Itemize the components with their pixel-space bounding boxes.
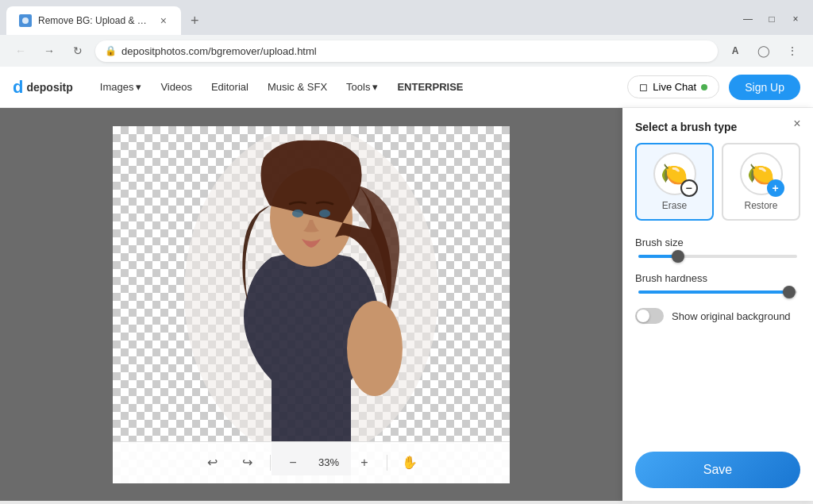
hand-tool-button[interactable]: ✋ — [397, 450, 422, 475]
forward-button[interactable]: → — [38, 40, 60, 62]
logo-text: depositp — [26, 81, 72, 94]
erase-brush-circle: 🍋 − — [653, 152, 696, 195]
more-options-button[interactable]: ⋮ — [781, 40, 803, 62]
close-window-button[interactable]: × — [784, 8, 807, 30]
canvas-area[interactable]: ↩ ↪ − 33% + ✋ — [0, 108, 622, 501]
svg-point-6 — [319, 210, 330, 217]
erase-brush-card[interactable]: 🍋 − Erase — [635, 143, 714, 221]
zoom-in-button[interactable]: + — [352, 450, 377, 475]
live-chat-button[interactable]: ◻ Live Chat — [627, 75, 719, 98]
back-button[interactable]: ← — [10, 40, 32, 62]
site-logo: d depositp — [13, 77, 73, 98]
show-background-toggle[interactable] — [635, 308, 664, 324]
chat-icon: ◻ — [639, 81, 648, 93]
live-chat-dot — [701, 84, 707, 90]
restore-brush-icon-container: 🍋 + — [740, 152, 783, 195]
toggle-label: Show original background — [672, 310, 791, 322]
panel-content: × Select a brush type 🍋 − Erase — [622, 108, 813, 352]
svg-point-7 — [347, 301, 403, 396]
site-navigation: d depositp Images ▾ Videos Editorial Mus… — [0, 67, 813, 108]
zoom-out-button[interactable]: − — [280, 450, 306, 475]
brush-size-thumb[interactable] — [672, 250, 684, 263]
active-tab[interactable]: Remove BG: Upload & Get T... × — [6, 6, 181, 35]
svg-point-0 — [22, 17, 29, 24]
panel-close-button[interactable]: × — [788, 114, 807, 133]
signup-button[interactable]: Sign Up — [729, 75, 800, 100]
minimize-button[interactable]: — — [737, 8, 759, 30]
nav-links: Images ▾ Videos Editorial Music & SFX To… — [92, 76, 627, 98]
tab-favicon — [19, 14, 32, 27]
zoom-level-display: 33% — [315, 456, 342, 468]
maximize-button[interactable]: □ — [761, 8, 783, 30]
main-editor-area: ↩ ↪ − 33% + ✋ × Select a brush type — [0, 108, 813, 501]
nav-videos[interactable]: Videos — [152, 76, 200, 98]
live-chat-label: Live Chat — [653, 81, 696, 93]
window-controls: — □ × — [737, 8, 807, 33]
svg-point-5 — [292, 210, 303, 217]
redo-button[interactable]: ↪ — [235, 450, 260, 475]
brush-hardness-label: Brush hardness — [635, 272, 800, 284]
address-bar: ← → ↻ 🔒 depositphotos.com/bgremover/uplo… — [0, 35, 813, 67]
brush-type-selector: 🍋 − Erase 🍋 + — [635, 143, 800, 221]
erase-label: Erase — [662, 200, 687, 211]
restore-brush-circle: 🍋 + — [740, 152, 783, 195]
nav-enterprise[interactable]: ENTERPRISE — [389, 76, 471, 98]
erase-brush-icon-container: 🍋 − — [653, 152, 696, 195]
nav-right-section: ◻ Live Chat Sign Up — [627, 75, 800, 100]
undo-button[interactable]: ↩ — [200, 450, 225, 475]
show-background-toggle-row: Show original background — [635, 308, 800, 324]
toggle-knob — [637, 310, 649, 322]
image-canvas: ↩ ↪ − 33% + ✋ — [113, 126, 510, 483]
brush-type-title: Select a brush type — [635, 121, 800, 133]
translate-icon[interactable]: A — [724, 40, 746, 62]
brush-hardness-slider[interactable] — [638, 290, 797, 294]
restore-label: Restore — [744, 200, 777, 211]
model-svg — [168, 134, 454, 475]
brush-hardness-thumb[interactable] — [783, 286, 796, 298]
brush-hardness-section: Brush hardness — [635, 272, 800, 294]
model-image — [113, 126, 510, 483]
browser-window: Remove BG: Upload & Get T... × + — □ × ←… — [0, 0, 813, 504]
nav-editorial[interactable]: Editorial — [203, 76, 256, 98]
address-lock-icon: 🔒 — [105, 45, 117, 56]
brush-size-section: Brush size — [635, 237, 800, 258]
logo-d-icon: d — [13, 77, 23, 98]
toolbar-separator-2 — [387, 455, 387, 471]
brush-settings-panel: × Select a brush type 🍋 − Erase — [622, 108, 813, 501]
nav-images[interactable]: Images ▾ — [92, 76, 150, 98]
restore-plus-icon: + — [767, 179, 784, 197]
refresh-button[interactable]: ↻ — [67, 40, 89, 62]
brush-size-label: Brush size — [635, 237, 800, 248]
brush-size-slider[interactable] — [638, 255, 797, 258]
toolbar-separator — [270, 455, 271, 471]
brush-hardness-fill — [638, 290, 789, 294]
save-button[interactable]: Save — [635, 452, 800, 488]
restore-brush-card[interactable]: 🍋 + Restore — [722, 143, 800, 221]
editor-toolbar: ↩ ↪ − 33% + ✋ — [113, 441, 510, 483]
new-tab-button[interactable]: + — [184, 10, 206, 33]
tab-bar: Remove BG: Upload & Get T... × + — □ × — [0, 0, 813, 35]
nav-tools[interactable]: Tools ▾ — [338, 76, 386, 98]
tab-close-button[interactable]: × — [159, 13, 168, 29]
tab-title: Remove BG: Upload & Get T... — [38, 15, 152, 26]
address-text: depositphotos.com/bgremover/upload.html — [121, 45, 317, 57]
erase-minus-icon: − — [680, 179, 698, 197]
nav-music[interactable]: Music & SFX — [260, 76, 335, 98]
profile-icon[interactable]: ◯ — [753, 40, 775, 62]
address-input[interactable]: 🔒 depositphotos.com/bgremover/upload.htm… — [95, 40, 718, 62]
